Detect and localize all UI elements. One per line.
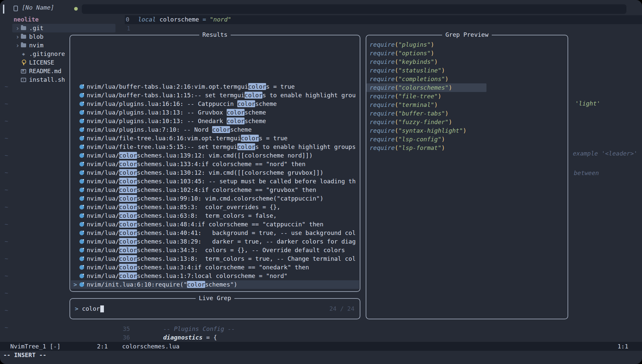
empty-line-marker: ~: [5, 168, 8, 177]
result-post: schemes.lua:130:12: vim.cmd([[colorschem…: [137, 169, 324, 176]
result-post: schemes.lua:63:8: term_colors = false,: [137, 212, 277, 219]
empty-line-marker: ~: [5, 306, 8, 315]
result-row[interactable]: nvim/lua/colorschemes.lua:133:4:if color…: [71, 160, 359, 168]
result-pre: nvim/lua/plugins.lua:7:10: -- Nord: [87, 126, 212, 133]
result-pre: nvim/lua/buffer-tabs.lua:2:16:vim.opt.te…: [87, 83, 248, 90]
result-pre: nvim/lua/plugins.lua:13:13: -- Gruvbox: [87, 109, 227, 116]
empty-line-marker: ~: [5, 323, 8, 332]
filetree-item-git[interactable]: ›.git: [12, 24, 115, 32]
require-keyword: require: [370, 93, 395, 100]
selection-caret: [73, 229, 79, 237]
result-match: color: [227, 117, 245, 124]
result-row[interactable]: nvim/lua/file-tree.lua:6:16:vim.opt.term…: [71, 134, 359, 143]
result-pre: nvim/lua/: [87, 186, 119, 193]
require-keyword: require: [370, 84, 395, 91]
result-row[interactable]: nvim/lua/plugins.lua:13:13: -- Gruvbox c…: [71, 108, 359, 117]
preview-line: require("buffer-tabs"): [366, 109, 453, 118]
open-paren: (: [395, 41, 398, 48]
open-paren: (: [395, 50, 398, 57]
live-grep-panel: Live Grep > color 24 / 24: [69, 298, 360, 319]
result-row[interactable]: nvim/lua/colorschemes.lua:130:12: vim.cm…: [71, 168, 359, 177]
result-match: color: [212, 126, 230, 133]
result-post: s to enable highlight grou: [262, 92, 356, 99]
result-row[interactable]: nvim/lua/plugins.lua:7:10: -- Nord color…: [71, 125, 359, 134]
result-post: schemes"): [205, 281, 238, 288]
result-pre: nvim/lua/: [87, 195, 119, 202]
grep-preview-panel: Grep Preview require("plugins")require("…: [366, 35, 568, 319]
empty-line-marker: ~: [5, 117, 8, 125]
background-code-fragment: example '<leader>': [573, 149, 637, 158]
result-row[interactable]: nvim/lua/colorschemes.lua:139:12: vim.cm…: [71, 151, 359, 160]
result-row[interactable]: nvim/lua/colorschemes.lua:40:41: backgro…: [71, 229, 359, 237]
require-keyword: require: [370, 118, 395, 125]
result-pre: nvim/lua/: [87, 152, 119, 159]
preview-line: require("colorschemes"): [366, 83, 486, 92]
result-match: color: [119, 186, 137, 193]
result-row[interactable]: nvim/lua/plugins.lua:10:13: -- Onedark c…: [71, 117, 359, 125]
preview-line: require("lsp-config"): [366, 135, 450, 144]
result-row[interactable]: nvim/lua/plugins.lua:16:16: -- Catppucci…: [71, 100, 359, 108]
result-row[interactable]: nvim/lua/file-tree.lua:5:15:-- set termg…: [71, 143, 359, 151]
close-paren: ): [438, 93, 441, 100]
code-token: local: [138, 16, 160, 23]
result-pre: nvim/lua/: [87, 272, 119, 279]
filetree-item-label: .gitignore: [29, 50, 65, 58]
selection-caret: [73, 186, 79, 194]
live-grep-input[interactable]: > color: [75, 304, 104, 313]
result-post: schemes.lua:3:4:if colorscheme == "oneda…: [137, 264, 309, 271]
preview-line: require("completions"): [366, 75, 453, 83]
chevron-right-icon: ›: [16, 26, 21, 30]
code-token: colorscheme: [160, 16, 203, 23]
result-pre: nvim/lua/plugins.lua:10:13: -- Onedark: [87, 117, 227, 124]
result-match: color: [119, 195, 137, 202]
selection-caret: [73, 211, 79, 220]
preview-line: require("syntax-highlight"): [366, 126, 471, 135]
lua-file-icon: [79, 93, 84, 98]
result-row[interactable]: nvim/lua/colorschemes.lua:85:3: color_ov…: [71, 203, 359, 211]
selection-caret: >: [73, 280, 79, 289]
buffer-tab-name[interactable]: [No Name]: [22, 3, 54, 12]
lua-file-icon: [79, 127, 84, 132]
selection-caret: [73, 168, 79, 177]
chevron-right-icon: ›: [16, 43, 21, 48]
code-token: diagnostics: [163, 334, 203, 341]
result-row[interactable]: nvim/lua/colorschemes.lua:13:8: term_col…: [71, 254, 359, 263]
module-string: "options": [398, 50, 431, 57]
close-paren: ): [448, 84, 452, 91]
selection-caret: [73, 177, 79, 186]
result-row[interactable]: nvim/lua/colorschemes.lua:34:3: colors =…: [71, 246, 359, 254]
result-row[interactable]: nvim/lua/colorschemes.lua:3:4:if colorsc…: [71, 263, 359, 272]
open-paren: (: [395, 110, 398, 117]
result-pre: nvim/lua/file-tree.lua:5:15:-- set termg…: [87, 143, 237, 150]
result-pre: nvim/lua/: [87, 247, 119, 253]
result-text: nvim/lua/colorschemes.lua:3:4:if colorsc…: [87, 263, 309, 272]
result-row[interactable]: nvim/lua/colorschemes.lua:102:4:if color…: [71, 186, 359, 194]
empty-line-marker: ~: [5, 134, 8, 143]
result-row[interactable]: nvim/lua/colorschemes.lua:63:8: term_col…: [71, 211, 359, 220]
result-text: nvim/lua/plugins.lua:10:13: -- Onedark c…: [87, 117, 266, 125]
result-row[interactable]: nvim/lua/colorschemes.lua:1:7:local colo…: [71, 272, 359, 280]
result-row[interactable]: nvim/lua/colorschemes.lua:48:4:if colors…: [71, 220, 359, 229]
result-pre: nvim/lua/file-tree.lua:6:16:vim.opt.term…: [87, 135, 241, 142]
result-row[interactable]: nvim/lua/colorschemes.lua:38:29: darker …: [71, 237, 359, 246]
result-row[interactable]: nvim/lua/buffer-tabs.lua:1:15:-- set ter…: [71, 91, 359, 100]
result-row[interactable]: >nvim/init.lua:6:10:require("colorscheme…: [71, 280, 359, 289]
code-token: = {: [203, 334, 217, 341]
lua-file-icon: [79, 282, 84, 287]
empty-line-marker: ~: [5, 186, 8, 194]
result-row[interactable]: nvim/lua/buffer-tabs.lua:2:16:vim.opt.te…: [71, 82, 359, 91]
result-text: nvim/lua/colorschemes.lua:13:8: term_col…: [87, 254, 356, 263]
result-post: schemes.lua:99:10: vim.cmd.colorscheme("…: [137, 195, 324, 202]
filetree-root-name[interactable]: neolite: [14, 15, 39, 24]
selection-caret: [73, 220, 79, 229]
result-row[interactable]: nvim/lua/colorschemes.lua:99:10: vim.cmd…: [71, 194, 359, 203]
lua-file-icon: [79, 110, 84, 115]
prompt-prefix-icon: >: [75, 304, 82, 313]
preview-lines: require("plugins")require("options")requ…: [366, 40, 568, 152]
results-title: Results: [199, 30, 231, 39]
result-post: schemes.lua:1:7:local colorscheme = "nor…: [137, 272, 288, 279]
empty-line-marker: ~: [5, 203, 8, 211]
close-paren: ): [431, 50, 434, 57]
result-row[interactable]: nvim/lua/colorschemes.lua:103:45: -- set…: [71, 177, 359, 186]
filetree-item-label: .git: [29, 24, 43, 32]
